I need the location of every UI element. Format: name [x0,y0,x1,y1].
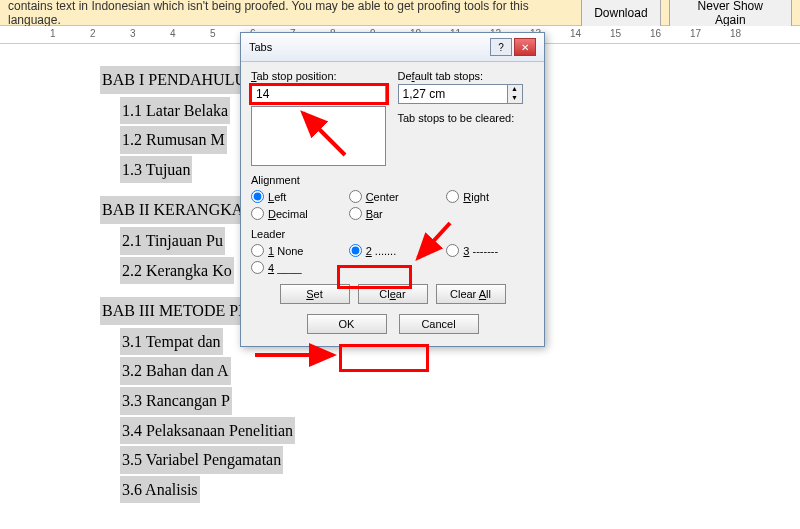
align-left[interactable]: Left [251,190,339,203]
align-bar[interactable]: Bar [349,207,437,220]
item-3-3: 3.3 Rancangan P [120,387,232,415]
item-1-3: 1.3 Tujuan [120,156,192,184]
leader-under[interactable]: 4 ____ [251,261,339,274]
tab-stop-input[interactable] [251,84,386,104]
item-1-1: 1.1 Latar Belaka [120,97,230,125]
clear-all-button[interactable]: Clear All [436,284,506,304]
item-2-1: 2.1 Tinjauan Pu [120,227,225,255]
heading-bab3: BAB III METODE PE [100,297,250,325]
heading-bab1: BAB I PENDAHULU [100,66,248,94]
spinner-up[interactable]: ▲ [508,85,522,94]
dialog-titlebar[interactable]: Tabs ? ✕ [241,33,544,62]
leader-group: 1 None 2 ....... 3 ------- 4 ____ [251,244,534,274]
leader-dashes[interactable]: 3 ------- [446,244,534,257]
cleared-label: Tab stops to be cleared: [398,112,535,124]
item-3-1: 3.1 Tempat dan [120,328,223,356]
heading-bab2: BAB II KERANGKA [100,196,245,224]
clear-button[interactable]: Clear [358,284,428,304]
set-button[interactable]: Set [280,284,350,304]
align-right[interactable]: Right [446,190,534,203]
leader-dots[interactable]: 2 ....... [349,244,437,257]
tab-stop-label: Tab stop position: [251,70,388,82]
item-3-4: 3.4 Pelaksanaan Penelitian [120,417,295,445]
item-3-2: 3.2 Bahan dan A [120,357,231,385]
alignment-label: Alignment [251,174,534,186]
default-tab-label: Default tab stops: [398,70,535,82]
align-center[interactable]: Center [349,190,437,203]
align-decimal[interactable]: Decimal [251,207,339,220]
default-tab-input[interactable] [398,84,508,104]
leader-label: Leader [251,228,534,240]
tab-stop-listbox[interactable] [251,106,386,166]
item-2-2: 2.2 Kerangka Ko [120,257,234,285]
item-3-6: 3.6 Analisis [120,476,200,504]
dialog-title-text: Tabs [249,41,272,53]
help-button[interactable]: ? [490,38,512,56]
tabs-dialog: Tabs ? ✕ Tab stop position: Default tab … [240,32,545,347]
proofing-message: contains text in Indonesian which isn't … [8,0,581,27]
leader-none[interactable]: 1 None [251,244,339,257]
alignment-group: Left Center Right Decimal Bar [251,190,534,220]
close-button[interactable]: ✕ [514,38,536,56]
item-1-2: 1.2 Rumusan M [120,126,227,154]
cancel-button[interactable]: Cancel [399,314,479,334]
spinner-down[interactable]: ▼ [508,94,522,103]
ok-button[interactable]: OK [307,314,387,334]
proofing-bar: contains text in Indonesian which isn't … [0,0,800,26]
item-3-5: 3.5 Variabel Pengamatan [120,446,283,474]
